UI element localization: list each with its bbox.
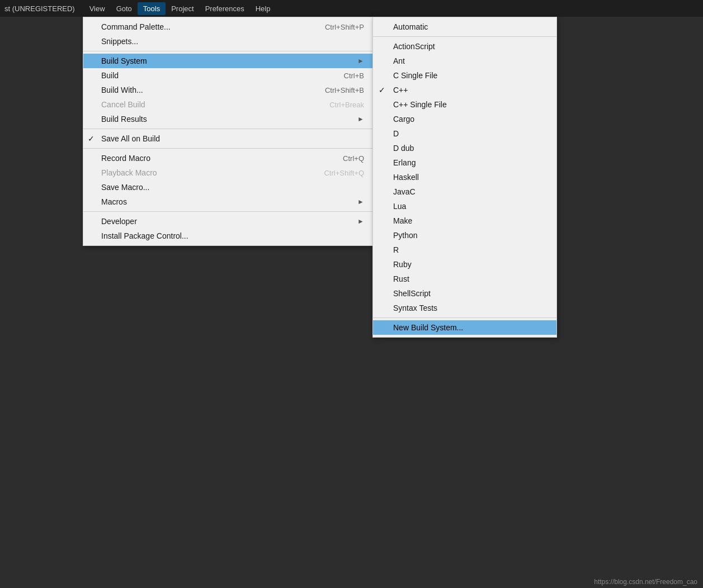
submenu-item-syntax-tests[interactable]: Syntax Tests [373,301,556,315]
actionscript-label: ActionScript [393,42,435,51]
build-shortcut: Ctrl+B [322,72,364,80]
cancel-build-shortcut: Ctrl+Break [307,101,364,109]
cpp-label: C++ [393,86,408,94]
d-label: D [393,129,399,138]
menu-item-developer[interactable]: Developer ► [83,214,373,229]
build-with-shortcut: Ctrl+Shift+B [303,86,364,94]
separator-2 [83,129,373,129]
rust-label: Rust [393,274,409,283]
menu-item-cancel-build: Cancel Build Ctrl+Break [83,97,373,112]
automatic-label: Automatic [393,22,428,31]
menu-item-save-all-on-build[interactable]: ✓ Save All on Build [83,131,373,146]
menu-preferences[interactable]: Preferences [200,2,250,15]
haskell-label: Haskell [393,173,419,182]
submenu-item-actionscript[interactable]: ActionScript [373,39,556,54]
erlang-label: Erlang [393,158,416,167]
r-label: R [393,245,399,254]
ruby-label: Ruby [393,260,412,269]
command-palette-label: Command Palette... [101,22,171,31]
javac-label: JavaC [393,187,416,196]
menu-item-macros[interactable]: Macros ► [83,195,373,209]
menu-item-command-palette[interactable]: Command Palette... Ctrl+Shift+P [83,20,373,34]
separator-4 [83,211,373,212]
ant-label: Ant [393,56,405,65]
separator-3 [83,148,373,149]
playback-macro-label: Playback Macro [101,168,157,177]
tools-menu: Command Palette... Ctrl+Shift+P Snippets… [83,17,374,246]
build-system-label: Build System [101,56,147,65]
submenu-separator-2 [373,317,556,318]
d-dub-label: D dub [393,144,414,153]
install-package-label: Install Package Control... [101,231,188,240]
submenu-item-rust[interactable]: Rust [373,272,556,286]
submenu-item-c-single-file[interactable]: C Single File [373,68,556,83]
submenu-separator-1 [373,36,556,37]
build-results-label: Build Results [101,115,147,124]
python-label: Python [393,231,418,240]
record-macro-shortcut: Ctrl+Q [320,154,364,163]
submenu-item-cargo[interactable]: Cargo [373,112,556,126]
submenu-item-automatic[interactable]: Automatic [373,20,556,34]
cancel-build-label: Cancel Build [101,100,145,109]
menu-tools[interactable]: Tools [138,2,166,15]
record-macro-label: Record Macro [101,154,150,163]
cpp-single-file-label: C++ Single File [393,100,447,109]
separator-1 [83,51,373,51]
menu-item-playback-macro: Playback Macro Ctrl+Shift+Q [83,165,373,180]
submenu-item-d-dub[interactable]: D dub [373,141,556,155]
cpp-checkmark: ✓ [379,86,385,94]
shellscript-label: ShellScript [393,289,431,298]
submenu-item-cpp-single-file[interactable]: C++ Single File [373,97,556,112]
menu-item-build-with[interactable]: Build With... Ctrl+Shift+B [83,83,373,97]
statusbar-url: https://blog.csdn.net/Freedom_cao [594,578,697,586]
c-single-file-label: C Single File [393,71,437,80]
build-results-arrow: ► [346,115,364,123]
build-system-arrow: ► [346,57,364,65]
macros-label: Macros [101,197,127,206]
menu-goto[interactable]: Goto [111,2,138,15]
make-label: Make [393,216,412,225]
menu-item-build[interactable]: Build Ctrl+B [83,68,373,83]
submenu-item-haskell[interactable]: Haskell [373,170,556,184]
menu-view[interactable]: View [84,2,111,15]
developer-label: Developer [101,217,137,226]
submenu-item-javac[interactable]: JavaC [373,184,556,199]
submenu-item-d[interactable]: D [373,126,556,141]
menu-item-install-package-control[interactable]: Install Package Control... [83,229,373,243]
cargo-label: Cargo [393,115,414,124]
submenu-item-shellscript[interactable]: ShellScript [373,286,556,301]
lua-label: Lua [393,202,406,211]
syntax-tests-label: Syntax Tests [393,304,437,312]
developer-arrow: ► [346,217,364,225]
submenu-item-python[interactable]: Python [373,228,556,243]
submenu-item-cpp[interactable]: ✓ C++ [373,83,556,97]
menu-item-build-results[interactable]: Build Results ► [83,112,373,126]
save-macro-label: Save Macro... [101,183,149,192]
submenu-item-lua[interactable]: Lua [373,199,556,214]
submenu-item-new-build-system[interactable]: New Build System... [373,320,556,335]
submenu-item-make[interactable]: Make [373,214,556,228]
menu-item-build-system[interactable]: Build System ► [83,54,373,68]
playback-macro-shortcut: Ctrl+Shift+Q [301,169,364,177]
statusbar: https://blog.csdn.net/Freedom_cao [588,576,703,588]
new-build-system-label: New Build System... [393,323,463,332]
build-label: Build [101,71,119,80]
submenu-item-erlang[interactable]: Erlang [373,155,556,170]
menu-item-save-macro[interactable]: Save Macro... [83,180,373,195]
menu-item-record-macro[interactable]: Record Macro Ctrl+Q [83,151,373,165]
menubar: st (UNREGISTERED) View Goto Tools Projec… [0,0,703,17]
menu-help[interactable]: Help [250,2,276,15]
submenu-item-ant[interactable]: Ant [373,54,556,68]
build-with-label: Build With... [101,86,143,94]
command-palette-shortcut: Ctrl+Shift+P [303,23,364,31]
save-all-checkmark: ✓ [88,134,95,143]
macros-arrow: ► [346,198,364,206]
submenu-item-ruby[interactable]: Ruby [373,257,556,272]
menu-item-snippets[interactable]: Snippets... [83,34,373,49]
save-all-label: Save All on Build [101,134,160,143]
submenu-item-r[interactable]: R [373,243,556,257]
build-system-submenu: Automatic ActionScript Ant C Single File… [372,17,557,338]
snippets-label: Snippets... [101,37,138,46]
app-title: st (UNREGISTERED) [4,4,75,13]
menu-project[interactable]: Project [166,2,199,15]
